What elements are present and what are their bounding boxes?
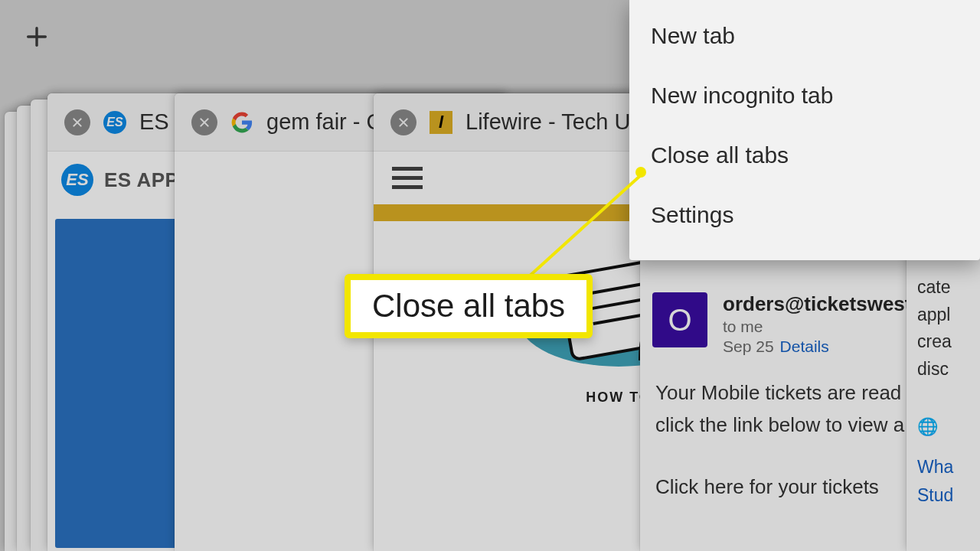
hamburger-menu-icon[interactable] [392, 167, 423, 189]
es-icon: ES [103, 110, 127, 135]
tab-title: ES [139, 109, 169, 135]
email-from: orders@ticketswest. [723, 292, 917, 316]
sender-avatar: O [652, 292, 707, 347]
es-logo-icon: ES [61, 164, 93, 196]
menu-item-settings[interactable]: Settings [629, 185, 980, 245]
menu-item-close-all-tabs[interactable]: Close all tabs [629, 126, 980, 185]
link[interactable]: Stud [917, 482, 980, 510]
close-tab-button[interactable] [191, 109, 217, 135]
annotation-label: Close all tabs [345, 274, 593, 338]
new-tab-button[interactable] [21, 21, 52, 52]
details-link[interactable]: Details [780, 337, 829, 355]
menu-item-new-incognito[interactable]: New incognito tab [629, 66, 980, 126]
tab-title: Lifewire - Tech Unt [466, 109, 649, 135]
close-tab-button[interactable] [64, 109, 90, 135]
email-date: Sep 25Details [723, 337, 917, 356]
overflow-menu: New tab New incognito tab Close all tabs… [629, 0, 980, 260]
lifewire-icon: l [429, 110, 453, 135]
annotation-callout: Close all tabs [345, 274, 593, 338]
google-icon [230, 110, 254, 135]
link[interactable]: Wha [917, 454, 980, 481]
globe-icon: 🌐 [917, 414, 980, 440]
email-body: Your Mobile tickets are read click the l… [640, 364, 931, 517]
menu-item-new-tab[interactable]: New tab [629, 6, 980, 66]
app-title: ES APP [104, 168, 178, 192]
email-to: to me [723, 318, 917, 336]
close-tab-button[interactable] [390, 109, 416, 135]
annotation-dot [635, 167, 646, 178]
